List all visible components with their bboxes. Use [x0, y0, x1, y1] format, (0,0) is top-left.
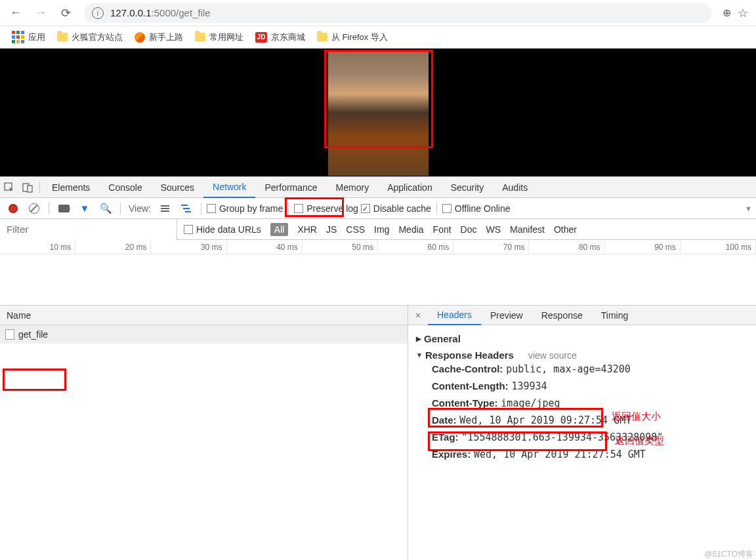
- request-name: get_file: [18, 329, 48, 340]
- section-response-headers[interactable]: ▼Response Headersview source: [416, 350, 748, 361]
- annotation-box: [428, 431, 607, 451]
- hide-data-urls-checkbox[interactable]: Hide data URLs: [184, 224, 261, 235]
- svg-rect-2: [28, 186, 32, 192]
- bookmark-item[interactable]: JD京东商城: [250, 29, 310, 46]
- tab-headers[interactable]: Headers: [428, 306, 481, 325]
- devtools-tabbar: Elements Console Sources Network Perform…: [0, 177, 756, 198]
- network-timeline[interactable]: 10 ms20 ms30 ms40 ms50 ms60 ms70 ms80 ms…: [0, 240, 756, 306]
- close-details-button[interactable]: ×: [408, 310, 428, 321]
- filter-type[interactable]: WS: [486, 224, 501, 235]
- filter-type[interactable]: Media: [398, 224, 423, 235]
- bookmark-item[interactable]: 从 Firefox 导入: [312, 29, 393, 46]
- watermark: @51CTO博客: [704, 549, 753, 560]
- annotation-box: [285, 197, 344, 217]
- filter-toggle-icon[interactable]: ▼: [75, 199, 94, 218]
- site-info-icon[interactable]: i: [92, 7, 104, 19]
- view-label: View:: [129, 203, 151, 214]
- tab-audits[interactable]: Audits: [493, 178, 537, 197]
- back-button[interactable]: ←: [5, 3, 26, 24]
- request-list: Name get_file: [0, 306, 408, 560]
- bookmark-star-icon[interactable]: ☆: [738, 6, 748, 20]
- large-rows-icon[interactable]: [156, 199, 175, 218]
- tab-response[interactable]: Response: [532, 306, 592, 325]
- search-icon[interactable]: 🔍: [96, 199, 115, 218]
- bookmark-item[interactable]: 新手上路: [129, 29, 188, 46]
- view-source-link[interactable]: view source: [528, 350, 577, 361]
- annotation-box: [324, 50, 433, 148]
- folder-icon: [195, 33, 205, 41]
- forward-button[interactable]: →: [30, 3, 51, 24]
- bookmark-item[interactable]: 火狐官方站点: [52, 29, 128, 46]
- filter-type[interactable]: CSS: [346, 224, 365, 235]
- file-icon: [5, 329, 14, 340]
- filter-type[interactable]: Font: [433, 224, 452, 235]
- bookmark-item[interactable]: 常用网址: [190, 29, 249, 46]
- tab-console[interactable]: Console: [99, 178, 151, 197]
- record-button[interactable]: [4, 199, 22, 218]
- device-toggle-icon[interactable]: [18, 178, 37, 197]
- folder-icon: [57, 33, 68, 41]
- offline-checkbox[interactable]: Offline: [442, 203, 481, 214]
- screenshot-icon[interactable]: [54, 199, 73, 218]
- tab-performance[interactable]: Performance: [255, 178, 326, 197]
- inspect-icon[interactable]: [0, 178, 18, 197]
- tab-timing[interactable]: Timing: [592, 306, 638, 325]
- url-host: 127.0.0.1: [110, 7, 152, 18]
- bookmarks-bar: 应用 火狐官方站点 新手上路 常用网址 JD京东商城 从 Firefox 导入: [0, 26, 756, 49]
- tab-memory[interactable]: Memory: [327, 178, 379, 197]
- filter-type[interactable]: XHR: [297, 224, 317, 235]
- jd-icon: JD: [255, 32, 267, 43]
- folder-icon: [317, 33, 327, 41]
- apps-shortcut[interactable]: 应用: [7, 28, 51, 46]
- section-general[interactable]: ▶General: [416, 333, 748, 344]
- browser-navbar: ← → ⟳ i 127.0.0.1:5000/get_file ⊕ ☆: [0, 0, 756, 26]
- disable-cache-checkbox[interactable]: Disable cache: [361, 203, 431, 214]
- annotation-box: [3, 369, 66, 391]
- tab-network[interactable]: Network: [203, 177, 255, 198]
- waterfall-icon[interactable]: [177, 199, 196, 218]
- network-body: Name get_file × Headers Preview Response…: [0, 306, 756, 560]
- tab-security[interactable]: Security: [442, 178, 494, 197]
- firefox-icon: [135, 32, 145, 43]
- tab-preview[interactable]: Preview: [481, 306, 532, 325]
- request-row[interactable]: get_file: [0, 325, 408, 344]
- tab-application[interactable]: Application: [378, 178, 442, 197]
- filter-type[interactable]: JS: [326, 224, 337, 235]
- clear-button[interactable]: [25, 199, 43, 218]
- tab-elements[interactable]: Elements: [43, 178, 99, 197]
- network-filter-bar: Hide data URLs All XHR JS CSS Img Media …: [0, 219, 756, 240]
- zoom-icon[interactable]: ⊕: [723, 7, 731, 19]
- filter-type-all[interactable]: All: [270, 223, 289, 236]
- filter-type[interactable]: Img: [374, 224, 389, 235]
- column-header-name[interactable]: Name: [0, 306, 408, 325]
- group-by-frame-checkbox[interactable]: Group by frame: [207, 203, 283, 214]
- request-details: × Headers Preview Response Timing ▶Gener…: [408, 306, 756, 560]
- address-bar[interactable]: i 127.0.0.1:5000/get_file: [84, 3, 712, 23]
- annotation-box: [428, 408, 603, 428]
- throttling-select[interactable]: Online: [484, 203, 510, 214]
- apps-icon: [12, 31, 24, 43]
- filter-type[interactable]: Manifest: [510, 224, 545, 235]
- filter-type[interactable]: Other: [554, 224, 577, 235]
- page-content: [0, 49, 756, 176]
- filter-type[interactable]: Doc: [461, 224, 477, 235]
- chevron-down-icon[interactable]: ▼: [745, 205, 752, 212]
- tab-sources[interactable]: Sources: [152, 178, 203, 197]
- network-toolbar: ▼ 🔍 View: Group by frame Preserve log Di…: [0, 198, 756, 219]
- reload-button[interactable]: ⟳: [55, 3, 76, 24]
- devtools-panel: Elements Console Sources Network Perform…: [0, 176, 756, 560]
- filter-input[interactable]: [0, 219, 177, 240]
- annotation-text: 返回值大小: [612, 410, 661, 423]
- annotation-text: 返回值类型: [615, 435, 664, 447]
